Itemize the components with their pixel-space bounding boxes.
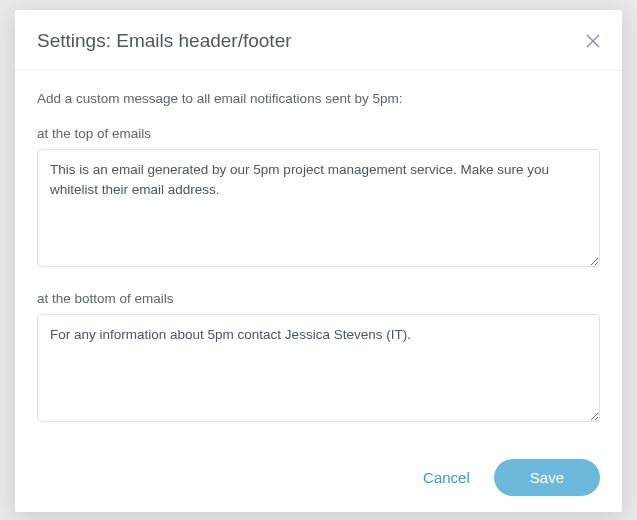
- header-field-group: at the top of emails This is an email ge…: [37, 126, 600, 271]
- modal-header: Settings: Emails header/footer: [15, 10, 622, 71]
- close-icon[interactable]: [586, 34, 600, 48]
- intro-text: Add a custom message to all email notifi…: [37, 91, 600, 106]
- modal-footer: Cancel Save: [15, 447, 622, 512]
- modal-title: Settings: Emails header/footer: [37, 30, 292, 52]
- cancel-button[interactable]: Cancel: [423, 469, 470, 486]
- save-button[interactable]: Save: [494, 459, 600, 496]
- header-field-label: at the top of emails: [37, 126, 600, 141]
- footer-textarea[interactable]: For any information about 5pm contact Je…: [37, 314, 600, 422]
- modal-body: Add a custom message to all email notifi…: [15, 71, 622, 447]
- footer-field-group: at the bottom of emails For any informat…: [37, 291, 600, 426]
- footer-field-label: at the bottom of emails: [37, 291, 600, 306]
- settings-modal: Settings: Emails header/footer Add a cus…: [15, 10, 622, 512]
- header-textarea[interactable]: This is an email generated by our 5pm pr…: [37, 149, 600, 267]
